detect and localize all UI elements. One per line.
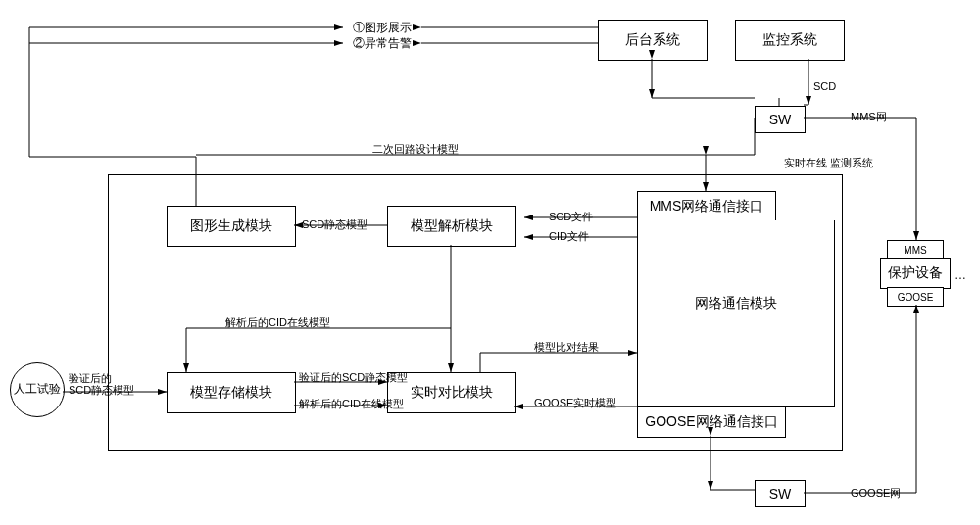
display1-label: ①图形展示: [353, 20, 412, 36]
goose-net-label: GOOSE网: [851, 486, 901, 501]
scd-label: SCD: [813, 80, 836, 92]
graph-gen: 图形生成模块: [167, 206, 296, 247]
rt-compare-label: 实时对比模块: [411, 384, 493, 402]
monitor-system-label: 监控系统: [762, 31, 817, 49]
model-store-label: 模型存储模块: [190, 384, 272, 402]
parsed-cid-label: 解析后的CID在线模型: [225, 315, 330, 330]
parsed-cid2-label: 解析后的CID在线模型: [299, 397, 404, 411]
scd-file-label: SCD文件: [549, 210, 593, 224]
sw-bottom: SW: [755, 480, 806, 507]
verified-scd2-label: 验证后的SCD静态模型: [299, 370, 408, 385]
graph-gen-label: 图形生成模块: [190, 217, 272, 235]
goose-if-label: GOOSE网络通信接口: [645, 413, 777, 431]
goose-rt-label: GOOSE实时模型: [534, 396, 616, 410]
cid-file-label: CID文件: [549, 229, 589, 244]
goose-tag: GOOSE: [887, 287, 944, 307]
model-parse: 模型解析模块: [387, 206, 516, 247]
compare-result-label: 模型比对结果: [534, 340, 599, 355]
mms-if: MMS网络通信接口: [637, 191, 776, 222]
dots-label: …: [955, 268, 966, 282]
net-comm: 网络通信模块: [637, 220, 835, 407]
mms-tag-label: MMS: [904, 245, 926, 256]
backend-system: 后台系统: [598, 20, 708, 61]
model-parse-label: 模型解析模块: [411, 217, 493, 235]
sw-top: SW: [755, 106, 806, 133]
online-system-label: 实时在线 监测系统: [784, 157, 873, 168]
sw-top-label: SW: [769, 112, 792, 127]
manual-test-label: 人工试验: [14, 383, 61, 396]
mms-net-label: MMS网: [851, 110, 887, 124]
mms-tag: MMS: [887, 240, 944, 260]
scd-static-label: SCD静态模型: [302, 217, 368, 232]
protect-device-label: 保护设备: [888, 264, 943, 282]
protect-device: 保护设备: [880, 258, 951, 289]
net-comm-label: 网络通信模块: [695, 295, 777, 312]
goose-tag-label: GOOSE: [898, 292, 934, 303]
goose-if: GOOSE网络通信接口: [637, 406, 786, 438]
manual-test: 人工试验: [10, 362, 65, 417]
display2-label: ②异常告警: [353, 35, 412, 52]
mms-if-label: MMS网络通信接口: [650, 198, 764, 215]
monitor-system: 监控系统: [735, 20, 845, 61]
model-store: 模型存储模块: [167, 372, 296, 413]
sw-bottom-label: SW: [769, 486, 792, 501]
diagram-root: 后台系统 监控系统 ①图形展示 ②异常告警 SW SCD MMS网 MMS 保护…: [0, 0, 980, 525]
verified-scd-label: 验证后的 SCD静态模型: [69, 372, 134, 396]
sec-loop-label: 二次回路设计模型: [372, 142, 459, 157]
backend-system-label: 后台系统: [625, 31, 680, 49]
